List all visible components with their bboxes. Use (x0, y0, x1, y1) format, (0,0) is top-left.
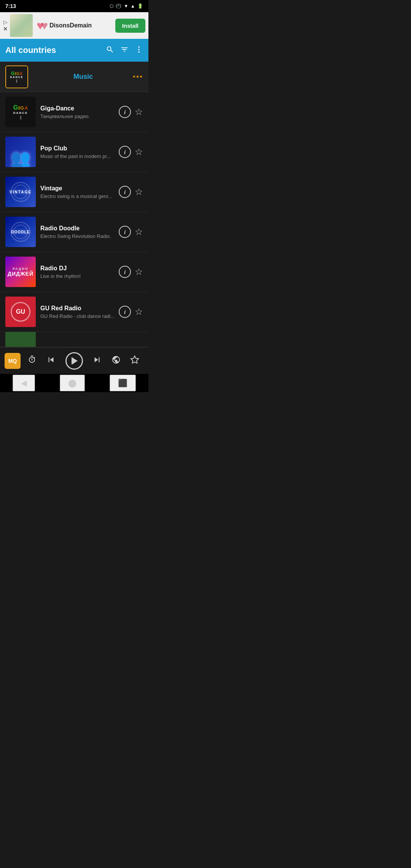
ad-controls[interactable]: ▷ ✕ (3, 19, 8, 32)
station-info: Pop Club Music of the past in modern pr.… (40, 145, 116, 159)
more-dots-icon[interactable]: ••• (133, 72, 143, 81)
station-thumbnail: 👥 (5, 137, 36, 167)
rewind-button[interactable] (46, 355, 56, 367)
station-thumbnail: DOODLE (5, 217, 36, 247)
station-item-partial[interactable] (0, 332, 148, 347)
partial-thumbnail (5, 332, 36, 347)
station-actions: i ☆ (119, 106, 143, 118)
header-icons (106, 45, 143, 56)
svg-point-1 (138, 49, 140, 50)
category-name: Music (33, 73, 133, 81)
station-info: Radio DJ Live in the rhythm! (40, 265, 116, 279)
ad-heart-pink: ♥ (37, 19, 44, 33)
station-thumbnail: РАДИО ДИДЖЕЙ (5, 257, 36, 287)
globe-button[interactable] (112, 355, 121, 366)
station-desc: Танцевальное радио. (40, 113, 116, 119)
favorite-button[interactable]: ☆ (135, 147, 143, 157)
info-button[interactable]: i (119, 186, 131, 198)
station-item[interactable]: DOODLE Radio Doodle Electro Swing Revolu… (0, 212, 148, 252)
station-name: Radio DJ (40, 265, 116, 272)
station-actions: i ☆ (119, 226, 143, 238)
station-name: Giga-Dance (40, 105, 116, 112)
station-info: Giga-Dance Танцевальное радио. (40, 105, 116, 119)
station-item[interactable]: GU GU Red Radio GU Red Radio - club danc… (0, 292, 148, 332)
ad-close-icon[interactable]: ✕ (3, 26, 8, 32)
cast-icon: ⬡ (110, 3, 113, 9)
station-actions: i ☆ (119, 186, 143, 198)
category-thumbnail: G I G A DANCE ‖ (5, 65, 28, 88)
station-name: Vintage (40, 185, 116, 192)
station-desc: GU Red Radio - club dance radi... (40, 313, 116, 319)
nav-bar: ◀ ⬤ ⬛ (0, 374, 148, 392)
station-item[interactable]: VINTAGE Vintage Electro swing is a music… (0, 172, 148, 212)
filter-icon[interactable] (120, 45, 129, 56)
star-button[interactable] (130, 355, 139, 366)
station-item[interactable]: РАДИО ДИДЖЕЙ Radio DJ Live in the rhythm… (0, 252, 148, 292)
status-time: 7:13 (5, 3, 16, 9)
ad-hearts: ♥ ♥ (37, 19, 48, 33)
station-actions: i ☆ (119, 146, 143, 158)
info-button[interactable]: i (119, 146, 131, 158)
app-header: All countries (0, 39, 148, 62)
station-desc: Music of the past in modern pr... (40, 153, 116, 159)
station-info: Vintage Electro swing is a musical genr.… (40, 185, 116, 199)
station-name: Radio Doodle (40, 225, 116, 232)
favorite-button[interactable]: ☆ (135, 266, 143, 277)
station-item[interactable]: 👥 Pop Club Music of the past in modern p… (0, 132, 148, 172)
status-bar: 7:13 ⬡ 📳 ▼ ▲ 🔋 (0, 0, 148, 12)
ad-install-button[interactable]: Install (115, 19, 145, 33)
info-button[interactable]: i (119, 106, 131, 118)
svg-point-0 (138, 46, 140, 48)
favorite-button[interactable]: ☆ (135, 187, 143, 197)
station-list: G I G A DANCE ‖ Giga-Dance Танцевальное … (0, 92, 148, 347)
station-name: GU Red Radio (40, 305, 116, 312)
more-vert-icon[interactable] (135, 45, 143, 56)
ad-thumbnail (10, 14, 33, 37)
mq-button[interactable]: MQ (5, 353, 21, 369)
signal-icon: ▼ (124, 3, 128, 9)
svg-point-2 (138, 51, 140, 53)
station-actions: i ☆ (119, 306, 143, 318)
station-item[interactable]: G I G A DANCE ‖ Giga-Dance Танцевальное … (0, 92, 148, 132)
status-icons: ⬡ 📳 ▼ ▲ 🔋 (110, 3, 143, 9)
play-button[interactable] (65, 352, 83, 370)
player-bar: MQ (0, 347, 148, 374)
play-triangle-icon (72, 357, 78, 365)
ad-banner: ▷ ✕ ♥ ♥ DisonsDemain Install (0, 12, 148, 39)
station-info: GU Red Radio GU Red Radio - club dance r… (40, 305, 116, 319)
station-name: Pop Club (40, 145, 116, 152)
timer-button[interactable] (27, 355, 37, 366)
station-desc: Live in the rhythm! (40, 273, 116, 279)
back-button[interactable]: ◀ (13, 375, 35, 391)
favorite-button[interactable]: ☆ (135, 227, 143, 237)
search-icon[interactable] (106, 45, 114, 56)
info-button[interactable]: i (119, 226, 131, 238)
station-thumbnail: GU (5, 297, 36, 327)
fast-forward-button[interactable] (92, 355, 102, 367)
home-button[interactable]: ⬤ (60, 375, 85, 391)
station-thumbnail: G I G A DANCE ‖ (5, 97, 36, 127)
station-thumbnail: VINTAGE (5, 177, 36, 207)
vibrate-icon: 📳 (116, 3, 121, 9)
favorite-button[interactable]: ☆ (135, 306, 143, 317)
category-row[interactable]: G I G A DANCE ‖ Music ••• (0, 62, 148, 92)
station-info: Radio Doodle Electro Swing Revolution Ra… (40, 225, 116, 239)
giga-logo: G I G A DANCE ‖ (6, 66, 27, 88)
ad-brand-name: DisonsDemain (48, 22, 115, 29)
wifi-icon: ▲ (131, 3, 135, 9)
info-button[interactable]: i (119, 306, 131, 318)
battery-icon: 🔋 (137, 3, 143, 9)
recents-button[interactable]: ⬛ (110, 375, 136, 391)
station-desc: Electro swing is a musical genr... (40, 193, 116, 199)
info-button[interactable]: i (119, 266, 131, 278)
ad-arrow-icon[interactable]: ▷ (3, 19, 8, 25)
page-title: All countries (5, 45, 106, 55)
svg-marker-3 (131, 356, 139, 363)
station-actions: i ☆ (119, 266, 143, 278)
player-controls (23, 352, 144, 370)
favorite-button[interactable]: ☆ (135, 107, 143, 117)
station-desc: Electro Swing Revolution Radio. (40, 233, 116, 239)
